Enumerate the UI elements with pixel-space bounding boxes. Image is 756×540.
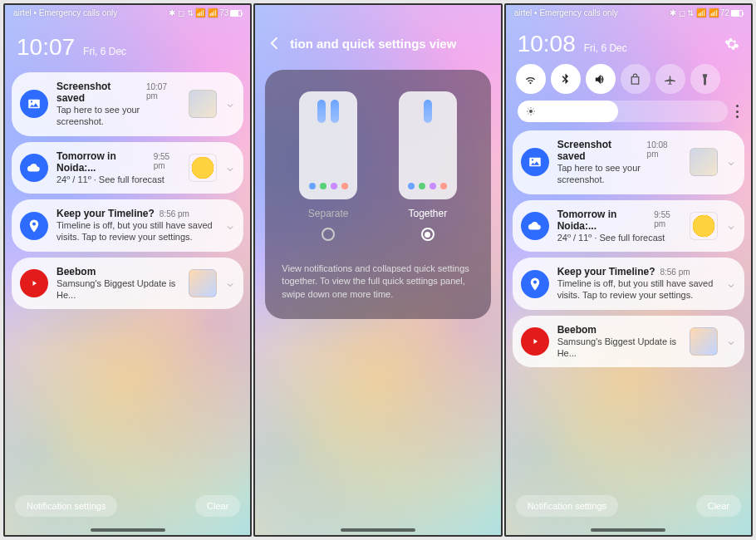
notif-title: Tomorrow in Noida:...	[557, 209, 650, 232]
notification-youtube[interactable]: Beebom Samsung's Biggest Update is He...	[513, 316, 744, 368]
notification-weather[interactable]: Tomorrow in Noida:... 9:55 pm 24º / 11º …	[12, 142, 243, 194]
notif-title: Tomorrow in Noida:...	[56, 150, 149, 174]
clock-date: Fri, 6 Dec	[83, 46, 126, 57]
notif-time: 10:08 pm	[647, 140, 681, 159]
clear-button[interactable]: Clear	[195, 495, 240, 517]
panel-together-shade: airtel • Emergency calls only ✱ ◻ ⇅ 📶 📶 …	[504, 3, 753, 537]
back-icon[interactable]	[267, 35, 283, 52]
more-icon[interactable]	[736, 105, 739, 118]
qs-bluetooth[interactable]	[551, 64, 581, 94]
notif-time: 8:56 pm	[160, 209, 189, 218]
option-label: Separate	[308, 208, 349, 219]
cloud-icon	[20, 154, 48, 182]
radio-unselected[interactable]	[322, 228, 335, 241]
qs-airplane[interactable]	[655, 64, 685, 94]
qs-sound[interactable]	[586, 64, 616, 94]
notification-timeline[interactable]: Keep your Timeline? 8:56 pm Timeline is …	[12, 199, 243, 252]
chevron-down-icon[interactable]	[726, 157, 736, 167]
notification-youtube[interactable]: Beebom Samsung's Biggest Update is He...	[12, 258, 243, 310]
notif-title: Beebom	[56, 266, 96, 277]
weather-sun-icon	[690, 212, 718, 240]
clock-time: 10:07	[17, 34, 75, 61]
status-bar: airtel • Emergency calls only ✱ ◻ ⇅ 📶 📶 …	[506, 5, 751, 19]
panel-separate-shade: airtel • Emergency calls only ✱ ◻ ⇅ 📶 📶 …	[3, 3, 252, 537]
settings-header: tion and quick settings view	[255, 5, 500, 65]
clock-time: 10:08	[518, 31, 576, 57]
notif-time: 8:56 pm	[660, 268, 690, 277]
cloud-icon	[521, 212, 549, 240]
notif-title: Keep your Timeline?	[557, 266, 655, 277]
notif-body-text: 24º / 11º · See full forecast	[56, 174, 180, 186]
notification-screenshot[interactable]: Screenshot saved 10:08 pm Tap here to se…	[513, 130, 744, 194]
youtube-icon	[20, 269, 48, 297]
notification-settings-button[interactable]: Notification settings	[15, 495, 117, 517]
notif-body-text: 24º / 11º · See full forecast	[557, 232, 681, 244]
svg-line-8	[528, 114, 528, 115]
notification-settings-button[interactable]: Notification settings	[516, 495, 618, 517]
svg-point-0	[529, 110, 533, 113]
notif-title: Keep your Timeline?	[56, 208, 155, 219]
notif-body-text: Tap here to see your screenshot.	[56, 104, 180, 128]
nav-handle[interactable]	[591, 528, 665, 532]
clock-row: 10:08 Fri, 6 Dec	[506, 19, 751, 64]
brightness-row	[506, 99, 751, 130]
screenshot-thumbnail	[189, 90, 217, 118]
notification-weather[interactable]: Tomorrow in Noida:... 9:55 pm 24º / 11º …	[513, 200, 744, 253]
notification-screenshot[interactable]: Screenshot saved 10:07 pm Tap here to se…	[12, 72, 243, 136]
panel-settings-picker: tion and quick settings view Separate To…	[253, 3, 502, 537]
qs-wifi[interactable]	[516, 64, 546, 94]
quick-settings-row	[506, 64, 751, 99]
option-together[interactable]: Together	[399, 91, 457, 241]
status-bar: airtel • Emergency calls only ✱ ◻ ⇅ 📶 📶 …	[5, 5, 250, 19]
bottom-actions: Notification settings Clear	[5, 495, 250, 517]
chevron-down-icon[interactable]	[726, 336, 736, 346]
settings-title: tion and quick settings view	[290, 37, 456, 51]
clear-button[interactable]: Clear	[696, 495, 741, 517]
notif-body-text: Tap here to see your screenshot.	[557, 162, 681, 186]
svg-line-7	[533, 109, 533, 110]
sun-icon	[526, 106, 536, 116]
notif-body-text: Samsung's Biggest Update is He...	[557, 336, 681, 360]
screenshot-thumbnail	[690, 148, 718, 176]
image-icon	[521, 148, 549, 176]
notification-list: Screenshot saved 10:07 pm Tap here to se…	[5, 72, 250, 309]
notif-time: 9:55 pm	[654, 210, 681, 228]
notif-time: 9:55 pm	[154, 152, 181, 170]
notif-title: Screenshot saved	[56, 81, 141, 104]
radio-selected[interactable]	[421, 228, 434, 241]
preview-together	[399, 91, 457, 199]
pin-icon	[20, 212, 48, 240]
clock-row: 10:07 Fri, 6 Dec	[5, 19, 250, 72]
nav-handle[interactable]	[91, 528, 165, 532]
notification-timeline[interactable]: Keep your Timeline? 8:56 pm Timeline is …	[513, 258, 744, 310]
video-thumbnail	[189, 269, 217, 297]
notif-title: Screenshot saved	[557, 139, 642, 162]
option-label: Together	[408, 208, 447, 219]
layout-option-sheet: Separate Together View notifications and…	[265, 70, 490, 319]
chevron-down-icon[interactable]	[726, 279, 736, 289]
qs-rotate-lock[interactable]	[621, 64, 650, 94]
chevron-down-icon[interactable]	[225, 278, 235, 288]
video-thumbnail	[690, 327, 718, 356]
notif-body-text: Samsung's Biggest Update is He...	[56, 277, 180, 302]
gear-icon[interactable]	[724, 37, 739, 52]
pin-icon	[521, 270, 549, 298]
notif-title: Beebom	[557, 324, 596, 336]
weather-sun-icon	[189, 154, 217, 182]
bottom-actions: Notification settings Clear	[506, 495, 751, 517]
option-separate[interactable]: Separate	[299, 91, 357, 241]
clock-date: Fri, 6 Dec	[584, 42, 627, 54]
chevron-down-icon[interactable]	[225, 221, 235, 231]
chevron-down-icon[interactable]	[726, 221, 736, 231]
image-icon	[20, 90, 48, 118]
svg-line-5	[528, 109, 528, 110]
carrier-text: airtel • Emergency calls only	[514, 8, 618, 17]
chevron-down-icon[interactable]	[225, 163, 235, 173]
nav-handle[interactable]	[341, 528, 415, 532]
chevron-down-icon[interactable]	[225, 99, 235, 109]
qs-torch[interactable]	[690, 64, 720, 94]
status-icons: ✱ ◻ ⇅ 📶 📶 72	[670, 8, 743, 17]
brightness-slider[interactable]	[518, 101, 728, 122]
carrier-text: airtel • Emergency calls only	[13, 8, 117, 17]
preview-separate	[299, 91, 357, 199]
